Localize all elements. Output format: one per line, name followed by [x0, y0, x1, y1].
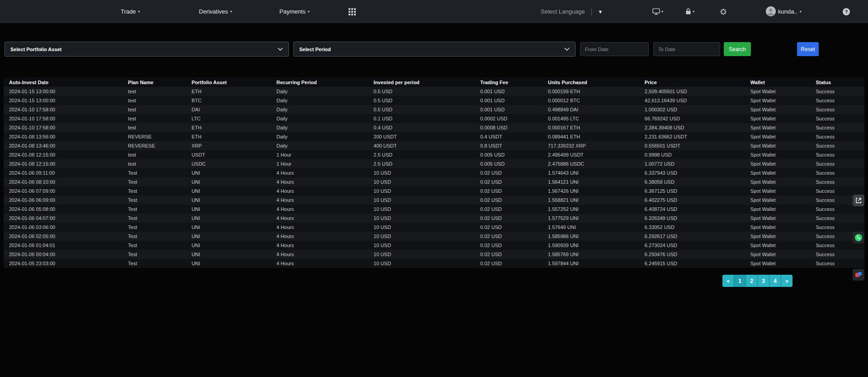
language-selector[interactable]: Select Language ▼	[541, 0, 603, 23]
table-cell: Spot Wallet	[745, 168, 811, 177]
table-cell: 4 Hours	[271, 196, 368, 205]
settings-button[interactable]	[720, 0, 727, 23]
search-button[interactable]: Search	[724, 42, 751, 56]
table-cell: Daily	[271, 87, 368, 96]
table-cell: 10 USD	[368, 232, 475, 241]
chevron-down-icon	[564, 48, 570, 51]
table-cell: 0.9998 USD	[639, 150, 745, 159]
table-cell: Spot Wallet	[745, 105, 811, 114]
table-cell: DAI	[186, 105, 271, 114]
table-cell: 1.000302 USD	[639, 105, 745, 114]
pagination-page-4[interactable]: 4	[769, 275, 781, 287]
table-cell: 0.02 USD	[475, 186, 542, 196]
table-cell: Success	[810, 123, 864, 132]
nav-payments-menu[interactable]: Payments ▾	[279, 0, 310, 23]
data-table: Auto-Invest DatePlan NamePortfolio Asset…	[4, 77, 864, 268]
table-cell: 10 USD	[368, 223, 475, 232]
table-cell: 0.498849 DAI	[542, 105, 639, 114]
table-cell: 1.585769 UNI	[542, 250, 639, 259]
table-cell: 4 Hours	[271, 232, 368, 241]
table-cell: UNI	[186, 196, 271, 205]
table-cell: Test	[123, 177, 186, 186]
table-cell: 2.495499 USDT	[542, 150, 639, 159]
desktop-icon	[652, 8, 660, 15]
table-cell: Spot Wallet	[745, 250, 811, 259]
table-cell: 0.0008 USD	[475, 123, 542, 132]
table-cell: Spot Wallet	[745, 177, 811, 186]
table-cell: 2024-01-06 08:10:00	[4, 177, 123, 186]
portfolio-asset-select[interactable]: Select Portfolio Asset	[5, 42, 289, 57]
table-cell: 2.5 USD	[368, 150, 475, 159]
table-cell: 2024-01-06 04:07:00	[4, 214, 123, 223]
table-cell: test	[123, 150, 186, 159]
nav-derivatives-menu[interactable]: Derivatives ▾	[199, 0, 232, 23]
from-date-input[interactable]	[580, 42, 649, 56]
table-cell: 400 USDT	[368, 141, 475, 150]
table-cell: Spot Wallet	[745, 132, 811, 141]
auto-invest-history-table: Auto-Invest DatePlan NamePortfolio Asset…	[4, 77, 864, 268]
column-header: Status	[810, 77, 864, 87]
table-cell: 1.557252 UNI	[542, 205, 639, 214]
table-cell: 0.4 USDT	[475, 132, 542, 141]
table-row: 2024-01-08 13:56:00REVERSEETHDaily200 US…	[4, 132, 864, 141]
apps-grid-icon[interactable]	[349, 0, 356, 23]
pagination-prev-button[interactable]: «	[722, 275, 734, 287]
language-dropdown-icon: ▼	[598, 9, 603, 14]
table-cell: 0.556501 USDT	[639, 141, 745, 150]
table-cell: 0.02 USD	[475, 168, 542, 177]
table-row: 2024-01-08 12:15:00testUSDC1 Hour2.5 USD…	[4, 159, 864, 168]
share-widget-icon[interactable]	[853, 195, 864, 206]
help-button[interactable]: ?	[843, 0, 850, 23]
table-cell: 4 Hours	[271, 223, 368, 232]
table-cell: Spot Wallet	[745, 259, 811, 268]
table-cell: test	[123, 114, 186, 123]
table-cell: Success	[810, 168, 864, 177]
pagination-page-3[interactable]: 3	[758, 275, 769, 287]
table-cell: USDC	[186, 159, 271, 168]
column-header: Portfolio Asset	[186, 77, 271, 87]
table-row: 2024-01-06 07:09:00TestUNI4 Hours10 USD0…	[4, 186, 864, 196]
chat-widget-icon[interactable]	[853, 269, 864, 281]
table-cell: 10 USD	[368, 241, 475, 250]
table-cell: Success	[810, 214, 864, 223]
table-row: 2024-01-15 13:00:00testETHDaily0.5 USD0.…	[4, 87, 864, 96]
table-cell: 1.597844 UNI	[542, 259, 639, 268]
chevron-down-icon: ▾	[138, 10, 140, 14]
table-cell: 2024-01-10 17:58:00	[4, 114, 123, 123]
user-menu[interactable]: kunda.. ▾	[778, 0, 802, 23]
table-cell: 6.38058 USD	[639, 177, 745, 186]
security-menu[interactable]: ▾	[685, 0, 694, 23]
lock-icon	[685, 8, 691, 15]
table-cell: 10 USD	[368, 177, 475, 186]
whatsapp-widget-icon[interactable]	[853, 232, 864, 243]
period-select[interactable]: Select Period	[293, 42, 576, 57]
table-cell: Success	[810, 177, 864, 186]
pagination-page-2[interactable]: 2	[746, 275, 757, 287]
table-cell: 0.5 USD	[368, 105, 475, 114]
table-cell: 0.0002 USD	[475, 114, 542, 123]
table-row: 2024-01-10 17:58:00testLTCDaily0.1 USD0.…	[4, 114, 864, 123]
table-cell: 0.5 USD	[368, 96, 475, 105]
pagination-page-1[interactable]: 1	[734, 275, 745, 287]
language-label: Select Language	[541, 8, 585, 15]
table-cell: 1.564121 UNI	[542, 177, 639, 186]
table-cell: UNI	[186, 186, 271, 196]
table-cell: 1.00772 USD	[639, 159, 745, 168]
svg-text:?: ?	[845, 9, 848, 14]
table-cell: ETH	[186, 87, 271, 96]
nav-trade-menu[interactable]: Trade ▾	[121, 0, 140, 23]
table-cell: 6.293476 USD	[639, 250, 745, 259]
desktop-app-menu[interactable]: ▾	[652, 0, 663, 23]
table-cell: 2024-01-06 07:09:00	[4, 186, 123, 196]
pagination-next-button[interactable]: »	[781, 275, 793, 287]
table-cell: Spot Wallet	[745, 96, 811, 105]
to-date-input[interactable]	[653, 42, 720, 56]
chevron-down-icon: ▾	[230, 10, 232, 14]
table-cell: 0.02 USD	[475, 223, 542, 232]
avatar[interactable]	[766, 6, 776, 18]
reset-button[interactable]: Reset	[797, 42, 819, 56]
table-cell: 10 USD	[368, 168, 475, 177]
table-cell: UNI	[186, 223, 271, 232]
table-cell: 10 USD	[368, 250, 475, 259]
table-row: 2024-01-15 13:00:00testBTCDaily0.5 USD0.…	[4, 96, 864, 105]
